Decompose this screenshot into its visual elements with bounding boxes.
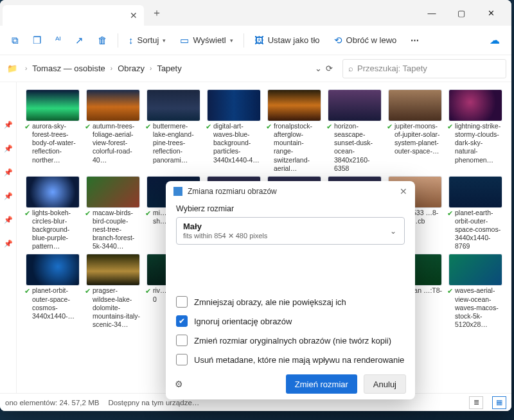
window-controls <box>418 3 509 22</box>
folder-icon: 📁 <box>7 64 17 73</box>
thumb-item[interactable]: ✔jupiter-moons-of-jupiter-solar-system-p… <box>387 90 443 173</box>
new-tab-button[interactable]: ＋ <box>148 4 166 22</box>
checkbox-icon <box>176 335 188 346</box>
breadcrumb-seg[interactable]: Tapety <box>157 64 181 73</box>
check-icon: ✔ <box>24 209 30 218</box>
thumb-item[interactable]: ✔fronalpstock-afterglow-mountain-range-s… <box>266 90 323 173</box>
dialog-body: Wybierz rozmiar Mały fits within 854 ✕ 4… <box>166 202 415 365</box>
chevron-right-icon: › <box>150 65 152 72</box>
check-icon: ✔ <box>145 287 151 296</box>
size-selected: Mały <box>183 222 398 231</box>
thumb-item[interactable]: ✔autumn-trees-foliage-aerial-view-forest… <box>85 90 141 173</box>
pin-icon[interactable]: 📌 <box>4 121 13 129</box>
dialog-titlebar: Zmiana rozmiaru obrazów ✕ <box>166 181 415 202</box>
cut-button[interactable]: ⧉ <box>6 32 24 49</box>
minimize-button[interactable] <box>418 3 446 22</box>
chevron-right-icon: › <box>111 65 112 72</box>
close-window-button[interactable] <box>477 3 505 22</box>
refresh-icon[interactable]: ⟳ <box>326 64 333 73</box>
rotate-left-button[interactable]: ⟲Obróć w lewo <box>329 32 402 49</box>
more-button[interactable]: ⋯ <box>405 33 425 48</box>
thumb-item[interactable]: ✔lightning-strike-stormy-clouds-dark-sky… <box>447 90 504 173</box>
checkbox-icon <box>176 296 188 308</box>
thumb-item[interactable]: ✔horizon-seascape-sunset-dusk-ocean-3840… <box>326 90 383 173</box>
trash-icon: 🗑 <box>98 35 107 46</box>
options-list: Zmniejszaj obrazy, ale nie powiększaj ic… <box>176 296 405 365</box>
check-icon: ✔ <box>85 287 91 296</box>
option-shrink-only[interactable]: Zmniejszaj obrazy, ale nie powiększaj ic… <box>176 296 405 308</box>
check-icon: ✔ <box>85 123 91 132</box>
thumb-item[interactable]: ✔planet-orbit-outer-space-cosmos-3440x14… <box>24 254 81 329</box>
check-icon: ✔ <box>24 123 30 132</box>
thumb-item[interactable]: ✔planet-earth-orbit-outer-space-cosmos-3… <box>447 177 504 251</box>
dialog-footer: ⚙ Zmień rozmiar Anuluj <box>166 369 415 399</box>
check-icon: ✔ <box>145 123 151 132</box>
checkbox-icon <box>176 354 188 365</box>
thumb-item[interactable]: ✔digital-art-waves-blue-background-parti… <box>206 90 262 173</box>
chevron-down-icon: ⌄ <box>390 227 396 236</box>
check-icon: ✔ <box>266 123 272 132</box>
cut-icon: ⧉ <box>12 35 19 46</box>
copy-button[interactable]: ❐ <box>28 32 46 49</box>
sort-button[interactable]: ↕Sortuj▾ <box>123 32 171 48</box>
close-tab-icon[interactable]: ✕ <box>130 10 137 21</box>
settings-icon[interactable]: ⚙ <box>175 379 183 389</box>
breadcrumb[interactable]: 📁 › Tomasz — osobiste › Obrazy › Tapety … <box>3 59 337 78</box>
set-background-button[interactable]: 🖼Ustaw jako tło <box>249 32 325 48</box>
maximize-button[interactable] <box>447 3 475 22</box>
chevron-right-icon: › <box>25 65 27 72</box>
pin-icon[interactable]: 📌 <box>4 192 13 200</box>
pin-icon[interactable]: 📌 <box>4 168 13 177</box>
cancel-button[interactable]: Anuluj <box>364 374 406 394</box>
check-icon: ✔ <box>447 287 453 296</box>
chevron-down-icon[interactable]: ⌄ <box>315 64 322 73</box>
pin-icon[interactable]: 📌 <box>4 240 13 248</box>
checkbox-checked-icon: ✔ <box>176 315 188 327</box>
search-icon: ⌕ <box>348 64 353 73</box>
resize-dialog: Zmiana rozmiaru obrazów ✕ Wybierz rozmia… <box>166 181 415 399</box>
delete-button[interactable]: 🗑 <box>93 32 112 48</box>
details-view-button[interactable]: ≣ <box>469 396 483 409</box>
thumb-item[interactable]: ✔macaw-birds-bird-couple-nest-tree-branc… <box>85 177 141 251</box>
thumbnails-view-button[interactable]: ▦ <box>492 396 506 409</box>
resize-button[interactable]: Zmień rozmiar <box>286 374 357 394</box>
onedrive-icon[interactable]: ☁ <box>484 31 505 49</box>
breadcrumb-seg[interactable]: Tomasz — osobiste <box>32 64 105 73</box>
size-dropdown[interactable]: Mały fits within 854 ✕ 480 pixels ⌄ <box>176 217 405 245</box>
thumb-item[interactable]: ✔pragser-wildsee-lake-dolomite-mountains… <box>85 254 141 329</box>
pin-icon[interactable]: 📌 <box>4 144 13 153</box>
thumb-item[interactable]: ✔waves-aerial-view-ocean-waves-macos-sto… <box>447 254 504 329</box>
share-icon: ↗ <box>75 35 84 46</box>
thumb-item[interactable]: ✔lights-bokeh-circles-blur-background-bl… <box>24 177 81 251</box>
size-subtitle: fits within 854 ✕ 480 pixels <box>183 232 398 240</box>
check-icon: ✔ <box>326 123 332 132</box>
check-icon: ✔ <box>145 209 151 218</box>
rename-button[interactable]: ᴬᴵ <box>50 32 66 49</box>
size-label: Wybierz rozmiar <box>176 204 405 213</box>
pin-icon[interactable]: 📌 <box>4 216 13 224</box>
option-overwrite-originals[interactable]: Zmień rozmiar oryginalnych obrazów (nie … <box>176 335 405 346</box>
share-button[interactable]: ↗ <box>70 32 89 49</box>
option-ignore-orientation[interactable]: ✔Ignoruj orientację obrazów <box>176 315 405 327</box>
copy-icon: ❐ <box>33 35 41 46</box>
status-availability: Dostępny na tym urządze… <box>108 399 199 407</box>
layout-icon: ▭ <box>180 35 189 46</box>
separator <box>118 33 118 48</box>
toolbar: ⧉ ❐ ᴬᴵ ↗ 🗑 ↕Sortuj▾ ▭Wyświetl▾ 🖼Ustaw ja… <box>0 26 511 55</box>
thumb-item[interactable]: ✔aurora-sky-forest-trees-body-of-water-r… <box>24 90 81 173</box>
app-logo-icon <box>173 187 182 196</box>
breadcrumb-seg[interactable]: Obrazy <box>118 64 145 73</box>
check-icon: ✔ <box>206 123 211 132</box>
check-icon: ✔ <box>447 123 453 132</box>
separator <box>244 33 244 48</box>
option-strip-metadata[interactable]: Usuń metadane, które nie mają wpływu na … <box>176 354 405 365</box>
thumb-item[interactable]: ✔buttermere-lake-england-pine-trees-refl… <box>145 90 202 173</box>
view-button[interactable]: ▭Wyświetl▾ <box>175 32 238 49</box>
search-input[interactable]: ⌕ Przeszukaj: Tapety <box>342 59 506 78</box>
tab-active[interactable]: ✕ <box>3 5 144 26</box>
dialog-title: Zmiana rozmiaru obrazów <box>188 187 277 196</box>
check-icon: ✔ <box>85 209 91 218</box>
close-dialog-button[interactable]: ✕ <box>400 186 407 197</box>
sidebar: 📌 📌 📌 📌 📌 📌 <box>0 82 17 393</box>
rotate-icon: ⟲ <box>334 35 342 46</box>
